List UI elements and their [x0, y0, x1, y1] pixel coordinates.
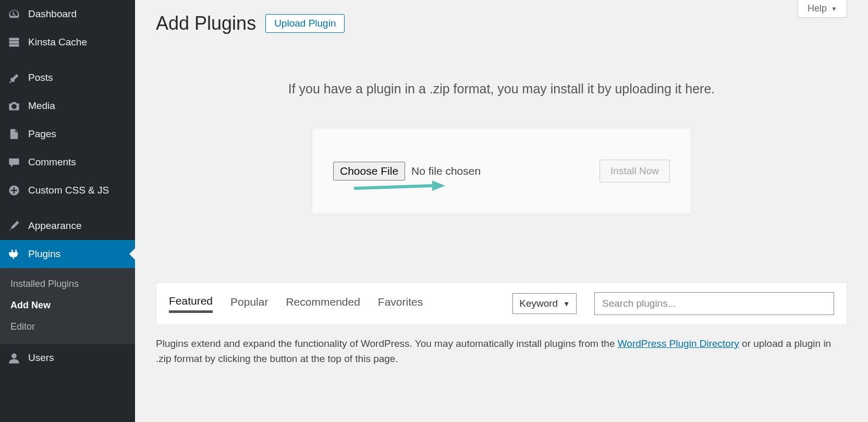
upload-plugin-button[interactable]: Upload Plugin: [265, 14, 345, 33]
sidebar-sub-installed-plugins[interactable]: Installed Plugins: [0, 273, 135, 295]
sidebar-sub-add-new[interactable]: Add New: [0, 295, 135, 316]
upload-instruction: If you have a plugin in a .zip format, y…: [156, 81, 847, 97]
filter-tab-featured[interactable]: Featured: [169, 295, 213, 313]
admin-sidebar: Dashboard Kinsta Cache Posts Media Pages…: [0, 0, 135, 422]
dashboard-icon: [7, 7, 21, 21]
plugins-submenu: Installed Plugins Add New Editor: [0, 268, 135, 344]
help-tab[interactable]: Help ▼: [798, 0, 847, 18]
main-content: Help ▼ Add Plugins Upload Plugin If you …: [135, 0, 868, 422]
sidebar-label: Pages: [28, 128, 56, 140]
sidebar-item-custom-css-js[interactable]: Custom CSS & JS: [0, 176, 135, 204]
file-status: No file chosen: [411, 165, 481, 177]
plugin-icon: [7, 247, 21, 261]
sidebar-label: Users: [28, 352, 54, 364]
sidebar-item-dashboard[interactable]: Dashboard: [0, 0, 135, 28]
keyword-label: Keyword: [519, 298, 558, 309]
sidebar-sub-editor[interactable]: Editor: [0, 316, 135, 337]
brush-icon: [7, 219, 21, 233]
plus-circle-icon: [7, 184, 21, 197]
wp-plugin-directory-link[interactable]: WordPress Plugin Directory: [618, 338, 739, 349]
sidebar-label: Plugins: [28, 248, 60, 260]
choose-file-button[interactable]: Choose File: [333, 162, 405, 180]
search-plugins-input[interactable]: [594, 292, 834, 315]
filter-bar: Featured Popular Recommended Favorites K…: [156, 282, 847, 325]
sidebar-item-plugins[interactable]: Plugins: [0, 240, 135, 268]
filter-tab-popular[interactable]: Popular: [230, 296, 268, 311]
chevron-down-icon: ▼: [831, 5, 837, 13]
page-title: Add Plugins: [156, 13, 256, 34]
sidebar-label: Media: [28, 100, 55, 112]
sidebar-item-comments[interactable]: Comments: [0, 148, 135, 176]
sidebar-item-users[interactable]: Users: [0, 344, 135, 372]
sidebar-item-posts[interactable]: Posts: [0, 64, 135, 92]
sidebar-label: Kinsta Cache: [28, 37, 87, 48]
sidebar-item-media[interactable]: Media: [0, 92, 135, 120]
svg-rect-5: [11, 190, 17, 191]
sidebar-label: Dashboard: [28, 8, 77, 20]
comment-icon: [7, 155, 21, 169]
sidebar-item-appearance[interactable]: Appearance: [0, 212, 135, 240]
search-type-select[interactable]: Keyword ▼: [512, 293, 577, 314]
server-icon: [7, 35, 21, 49]
svg-point-6: [11, 354, 17, 359]
user-icon: [7, 351, 21, 365]
filter-tab-recommended[interactable]: Recommended: [286, 296, 360, 311]
svg-rect-1: [9, 41, 19, 44]
svg-rect-2: [9, 44, 19, 47]
upload-panel: If you have a plugin in a .zip format, y…: [156, 81, 847, 214]
sidebar-label: Comments: [28, 156, 76, 168]
filter-tab-favorites[interactable]: Favorites: [378, 296, 423, 311]
pin-icon: [7, 71, 21, 85]
install-now-button[interactable]: Install Now: [600, 160, 670, 183]
upload-box: Choose File No file chosen Install Now: [312, 128, 691, 214]
svg-rect-0: [9, 38, 19, 41]
sidebar-item-pages[interactable]: Pages: [0, 120, 135, 148]
page-icon: [7, 127, 21, 141]
sidebar-label: Posts: [28, 72, 53, 83]
camera-icon: [7, 99, 21, 113]
sidebar-label: Custom CSS & JS: [28, 185, 109, 196]
desc-text-1: Plugins extend and expand the functional…: [156, 338, 618, 349]
sidebar-label: Appearance: [28, 220, 81, 232]
sidebar-item-kinsta-cache[interactable]: Kinsta Cache: [0, 28, 135, 56]
chevron-down-icon: ▼: [563, 300, 570, 308]
plugins-description: Plugins extend and expand the functional…: [156, 336, 847, 366]
help-label: Help: [808, 3, 827, 14]
